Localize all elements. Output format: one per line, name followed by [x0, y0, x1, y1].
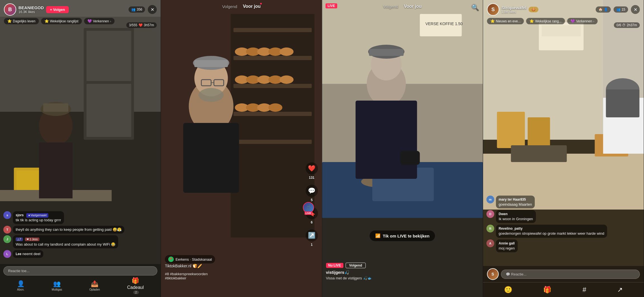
location-icon-2: 📍 — [168, 256, 174, 262]
comment-input-1[interactable]: Reactie toe... — [3, 266, 157, 275]
svg-rect-37 — [194, 60, 228, 67]
pill-weekly[interactable]: ⭐ Wekelijkse ranglijst — [41, 18, 82, 24]
like-button-2[interactable]: ❤️ 131 — [306, 162, 318, 180]
svg-rect-63 — [527, 117, 550, 148]
caption-2: TiktokBakker.nl 🍞🥖 — [165, 263, 302, 269]
chat-message-4-2: D Dwen Ik woon in Groningen — [486, 210, 610, 223]
nu-live-badge-3: Nu LIVE — [326, 263, 343, 268]
svg-rect-17 — [234, 84, 312, 88]
comment-button-2[interactable]: 💬 5 — [306, 185, 318, 202]
viewers-count-1: 356 — [137, 8, 142, 11]
pill-news-4[interactable]: ⭐ Nieuws en eve... — [487, 18, 524, 24]
user-info-4: S Stropiewafel 1.8K likes 🍪 — [487, 3, 538, 16]
chat-message-1: s sjors ★Vastgemaakt tik tik is acting u… — [3, 211, 127, 224]
top-bar-1: B BEANIEGOD 16.3K likes + Volgen 👥 356 ✕… — [0, 0, 161, 24]
svg-rect-44 — [322, 0, 483, 84]
chat-avatar-4-3: R — [486, 225, 494, 232]
pill-explore[interactable]: 💜 Verkennen › — [84, 18, 115, 24]
nav-voor-jou-2[interactable]: Voor jou — [243, 4, 261, 9]
share-icon-4[interactable]: ↗ — [617, 286, 623, 294]
svg-rect-53 — [369, 49, 403, 56]
chat-avatar-4-4: A — [486, 239, 494, 247]
chat-area-4: m mary ter Haar835 goeindaaag Maarten D … — [486, 196, 624, 253]
close-button-4[interactable]: ✕ — [631, 5, 640, 14]
svg-rect-5 — [87, 84, 131, 137]
svg-point-41 — [199, 88, 224, 102]
comment-input-4[interactable]: 💬 Reactie... — [501, 270, 640, 279]
pill-explore-4[interactable]: 💜 Verkennen › — [567, 18, 598, 24]
follow-button-1[interactable]: + Volgen — [46, 6, 69, 13]
chat-message-4-1: m mary ter Haar835 goeindaaag Maarten — [486, 196, 610, 208]
icons-row-4: 🏠 👤 — [596, 6, 611, 13]
upload-button-1[interactable]: 📤 Opladen — [89, 280, 100, 291]
viewers-badge-1: 👥 356 — [129, 6, 145, 13]
streamer-name-3: vistijgers🎣 — [326, 270, 479, 275]
emoji-icon-4[interactable]: 🙂 — [504, 286, 512, 294]
svg-rect-16 — [234, 56, 312, 60]
stream-info-3: Nu LIVE Volgend vistijgers🎣 Vissa met de… — [326, 263, 479, 280]
chat-message-4-4: A Annie gall moj regen — [486, 239, 610, 252]
avatar-4: S — [487, 3, 499, 16]
svg-point-33 — [268, 103, 282, 112]
svg-rect-65 — [511, 145, 567, 162]
pill-weekly-4[interactable]: ⭐ Wekelijkse rang... — [526, 18, 565, 24]
share-button-2[interactable]: ↗️ 1 — [306, 229, 318, 247]
chat-message-2: T theyll do anything they can to keep pe… — [3, 226, 127, 234]
nav-volgend-2[interactable]: Volgend — [222, 4, 237, 9]
svg-rect-10 — [39, 142, 73, 198]
close-button-1[interactable]: ✕ — [148, 5, 157, 14]
chat-message-4-3: R Revelino_patty goedemorgen stropiewafe… — [486, 225, 610, 237]
multicast-button-1[interactable]: 👥 Multigas — [52, 280, 62, 291]
video-background-2 — [161, 0, 322, 297]
svg-rect-12 — [43, 103, 68, 112]
viewers-count-4: 15 — [622, 8, 625, 11]
panel-3: VERSE KOFFIE 1.50 LIVE Volgend Voor jou … — [322, 0, 483, 297]
likes-1: 16.3K likes — [18, 10, 44, 14]
tap-overlay-3[interactable]: 📶 Tik om LIVE te bekijken — [370, 231, 435, 241]
subscribe-button-1[interactable]: 👤 Abon. — [17, 280, 25, 291]
svg-point-24 — [280, 47, 294, 56]
pill-daily[interactable]: ⭐ Dagelijks leven — [4, 18, 39, 24]
hashtag-icon-4[interactable]: # — [583, 286, 586, 294]
gift-button-1[interactable]: 🎁 Cadeaul 2 — [127, 277, 144, 294]
live-mini-2[interactable]: 🎵 LIVE — [303, 202, 314, 213]
bottom-bar-4: S 💬 Reactie... 🙂 🎁 # ↗ — [483, 266, 644, 297]
svg-point-29 — [280, 75, 294, 84]
host-avatar-4: S — [487, 268, 499, 280]
counter-badge-1: 3/555 ❤️ 3h57m — [126, 22, 157, 28]
svg-rect-61 — [541, 25, 581, 36]
svg-rect-55 — [400, 151, 420, 165]
location-tag-2: 📍 Eerkens · Stadskanaal — [165, 255, 215, 263]
chat-area-1: s sjors ★Vastgemaakt tik tik is acting u… — [3, 211, 141, 258]
nav-bar-2: Volgend Voor jou — [161, 4, 322, 9]
svg-text:VERSE KOFFIE 1.50: VERSE KOFFIE 1.50 — [425, 22, 462, 26]
video-background-4 — [483, 0, 644, 297]
svg-rect-42 — [183, 123, 239, 193]
search-icon-3[interactable]: 🔍 — [471, 4, 479, 11]
volgend-button-3[interactable]: Volgend — [346, 263, 366, 268]
right-actions-2: ❤️ 131 💬 5 🔖 6 ↗️ 1 🎵 LIVE — [306, 162, 318, 247]
username-4: Stropiewafel — [502, 5, 526, 10]
nav-voor-jou-3[interactable]: Voor jou — [404, 4, 422, 9]
username-1: BEANIEGOD — [18, 5, 44, 10]
counter-badge-4: 0/6 ⏱ 2h37m — [614, 22, 640, 28]
svg-rect-4 — [87, 31, 131, 81]
chat-avatar-l: L — [3, 250, 11, 258]
top-bar-4: S Stropiewafel 1.8K likes 🍪 🏠 👤 👥 — [483, 0, 644, 24]
viewers-badge-4: 👥 15 — [614, 6, 628, 13]
bottom-bar-1: Reactie toe... 👤 Abon. 👥 Multigas 📤 Opla… — [0, 264, 161, 297]
nav-volgend-3[interactable]: Volgend — [383, 4, 398, 9]
chat-avatar-j: J — [3, 235, 11, 243]
chat-avatar-4-2: D — [486, 210, 494, 218]
gift-icon-4[interactable]: 🎁 — [543, 286, 552, 294]
chat-avatar-1: s — [3, 211, 11, 219]
panel-2: Volgend Voor jou ❤️ 131 💬 5 🔖 6 ↗️ 1 🎵 L… — [161, 0, 322, 297]
likes-4: 1.8K likes — [502, 10, 526, 14]
chat-avatar-4-1: m — [486, 196, 494, 203]
svg-rect-54 — [355, 101, 417, 179]
nav-bar-3: Volgend Voor jou — [322, 4, 483, 9]
hashtags-2: #8 #bakkerspreekwoorden #tiktokbakker — [165, 272, 302, 280]
chat-message-3: J △7 ❤ 1 Jess Was about to call my landl… — [3, 235, 127, 248]
chat-avatar-t: T — [3, 226, 11, 234]
special-badge-4: 🍪 — [529, 7, 538, 12]
